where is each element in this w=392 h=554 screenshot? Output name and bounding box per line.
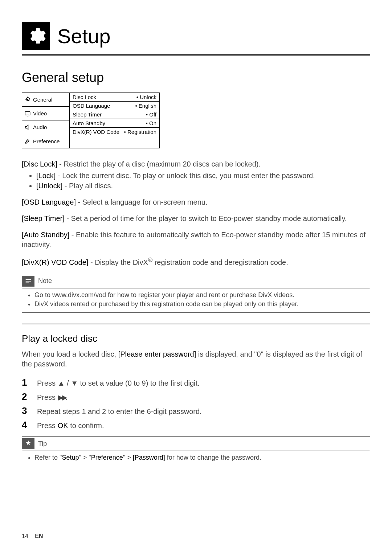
svg-rect-1 [25, 111, 30, 115]
svg-rect-2 [26, 279, 31, 280]
note-box: Note Go to www.divx.com/vod for how to r… [22, 274, 370, 313]
menu-cat-label: Video [33, 110, 47, 116]
desc-unlock: [Unlock] - Play all discs. [36, 181, 370, 191]
tip-box: Tip Refer to "Setup" > "Preference" > [P… [22, 436, 370, 466]
menu-row-label: Auto Standby [73, 120, 105, 126]
page-language: EN [35, 533, 43, 539]
desc-sleep-timer: [Sleep Timer] - Set a period of time for… [22, 214, 370, 223]
tip-label: Tip [38, 440, 47, 448]
menu-row-divx-code[interactable]: DivX(R) VOD Code Registration [70, 128, 159, 148]
menu-row-value: Unlock [136, 94, 156, 100]
desc-lock: [Lock] - Lock the current disc. To play … [36, 171, 370, 181]
svg-rect-3 [26, 281, 31, 282]
menu-cat-label: Preference [33, 138, 60, 144]
section-divider [22, 324, 370, 324]
menu-row-value: English [135, 103, 156, 109]
locked-steps: 1 Press ▲ / ▼ to set a value (0 to 9) to… [22, 376, 370, 432]
fast-forward-icon: ▶▶ [58, 393, 66, 401]
menu-row-label: Sleep Timer [73, 111, 102, 118]
page-number: 14 [22, 533, 28, 539]
note-header: Note [22, 274, 370, 288]
desc-disc-lock: [Disc Lock] - Restrict the play of a dis… [22, 159, 370, 169]
note-item: DivX videos rented or purchased by this … [34, 300, 365, 309]
note-label: Note [38, 277, 52, 285]
settings-menu: General Video Audio Preference Disc Lock… [22, 93, 160, 148]
menu-row-value: Registration [124, 129, 156, 147]
note-item: Go to www.divx.com/vod for how to regist… [34, 291, 365, 300]
page-footer: 14 EN [22, 533, 43, 539]
step-3: 3 Repeat steps 1 and 2 to enter the 6-di… [22, 404, 370, 418]
desc-auto-standby: [Auto Standby] - Enable this feature to … [22, 230, 370, 250]
menu-cat-label: General [33, 97, 52, 103]
step-2: 2 Press ▶▶. [22, 390, 370, 404]
step-1: 1 Press ▲ / ▼ to set a value (0 to 9) to… [22, 376, 370, 390]
settings-menu-values: Disc Lock Unlock OSD Language English Sl… [69, 93, 159, 148]
menu-cat-video[interactable]: Video [22, 107, 69, 120]
menu-row-auto-standby[interactable]: Auto Standby On [70, 119, 159, 128]
menu-row-label: OSD Language [73, 103, 110, 109]
menu-row-disc-lock[interactable]: Disc Lock Unlock [70, 93, 159, 102]
tip-header: Tip [22, 437, 370, 451]
menu-row-value: On [146, 120, 156, 126]
up-down-icon: ▲ / ▼ [58, 379, 78, 387]
menu-cat-general[interactable]: General [22, 93, 69, 107]
page-header: Setup [22, 22, 370, 56]
gear-icon [24, 97, 31, 103]
speaker-icon [24, 124, 31, 131]
desc-disc-lock-sublist: [Lock] - Lock the current disc. To play … [22, 171, 370, 191]
menu-row-label: DivX(R) VOD Code [73, 129, 119, 147]
step-4: 4 Press OK to confirm. [22, 418, 370, 432]
menu-row-value: Off [146, 111, 156, 118]
menu-row-sleep-timer[interactable]: Sleep Timer Off [70, 110, 159, 119]
tip-item: Refer to "Setup" > "Preference" > [Passw… [34, 453, 365, 462]
page-title: Setup [57, 24, 110, 48]
note-icon [22, 276, 34, 287]
menu-row-label: Disc Lock [73, 94, 96, 100]
tip-icon [22, 438, 34, 449]
menu-cat-preference[interactable]: Preference [22, 134, 69, 148]
menu-cat-audio[interactable]: Audio [22, 120, 69, 134]
settings-menu-categories: General Video Audio Preference [22, 93, 69, 148]
wrench-icon [24, 138, 31, 144]
menu-row-osd-language[interactable]: OSD Language English [70, 102, 159, 110]
svg-rect-4 [26, 282, 29, 283]
section-title: General setup [22, 70, 370, 85]
desc-osd-language: [OSD Language] - Select a language for o… [22, 197, 370, 207]
subsection-title: Play a locked disc [22, 333, 370, 344]
desc-divx-code: [DivX(R) VOD Code] - Display the DivX® r… [22, 256, 370, 267]
monitor-icon [24, 110, 31, 117]
menu-cat-label: Audio [33, 124, 47, 130]
locked-intro: When you load a locked disc, [Please ent… [22, 349, 370, 369]
gear-icon [22, 22, 50, 50]
